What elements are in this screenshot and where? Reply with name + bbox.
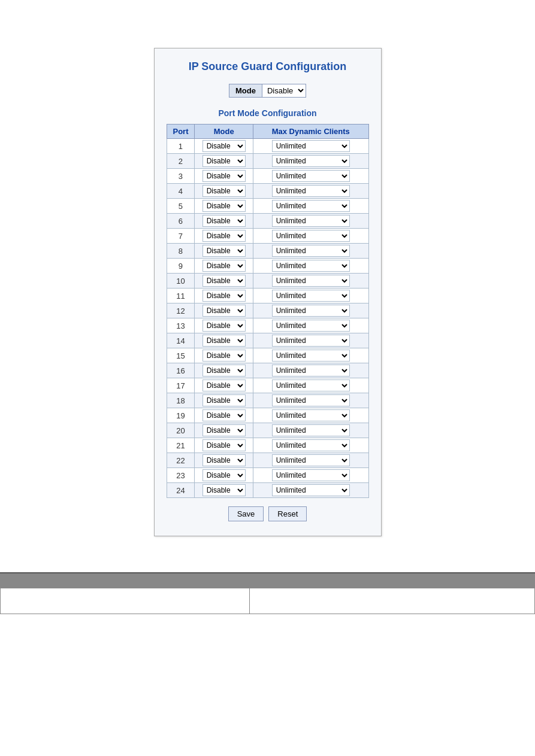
port-number-cell: 5 <box>167 199 195 214</box>
port-mode-select[interactable]: DisableEnable <box>202 215 246 227</box>
port-max-dynamic-select[interactable]: Unlimited012 <box>272 469 350 481</box>
table-row: 11DisableEnableUnlimited012 <box>167 289 368 303</box>
port-mode-select[interactable]: DisableEnable <box>202 469 246 481</box>
port-mode-select[interactable]: DisableEnable <box>202 230 246 242</box>
page-title: IP Source Guard Configuration <box>167 60 369 73</box>
port-max-dynamic-cell: Unlimited012 <box>253 393 368 408</box>
table-row: 12DisableEnableUnlimited012 <box>167 303 368 318</box>
port-mode-select[interactable]: DisableEnable <box>202 439 246 451</box>
port-mode-cell: DisableEnable <box>195 199 253 214</box>
port-max-dynamic-select[interactable]: Unlimited012 <box>272 275 350 287</box>
port-mode-select[interactable]: DisableEnable <box>202 200 246 212</box>
port-mode-select[interactable]: DisableEnable <box>202 170 246 182</box>
port-number-cell: 20 <box>167 423 195 438</box>
port-mode-cell: DisableEnable <box>195 348 253 363</box>
port-number-cell: 15 <box>167 348 195 363</box>
port-max-dynamic-select[interactable]: Unlimited012 <box>272 379 350 391</box>
port-mode-cell: DisableEnable <box>195 244 253 259</box>
port-max-dynamic-select[interactable]: Unlimited012 <box>272 320 350 332</box>
port-mode-select[interactable]: DisableEnable <box>202 320 246 332</box>
port-max-dynamic-select[interactable]: Unlimited012 <box>272 350 350 362</box>
port-mode-select[interactable]: DisableEnable <box>202 335 246 347</box>
port-mode-cell: DisableEnable <box>195 378 253 393</box>
port-mode-select[interactable]: DisableEnable <box>202 394 246 406</box>
port-mode-cell: DisableEnable <box>195 214 253 229</box>
port-mode-cell: DisableEnable <box>195 259 253 274</box>
table-row: 9DisableEnableUnlimited012 <box>167 259 368 274</box>
port-mode-cell: DisableEnable <box>195 184 253 199</box>
port-max-dynamic-select[interactable]: Unlimited012 <box>272 260 350 272</box>
table-row: 13DisableEnableUnlimited012 <box>167 318 368 333</box>
port-number-cell: 3 <box>167 169 195 184</box>
port-max-dynamic-select[interactable]: Unlimited012 <box>272 230 350 242</box>
port-number-cell: 24 <box>167 483 195 498</box>
port-max-dynamic-cell: Unlimited012 <box>253 408 368 423</box>
port-max-dynamic-select[interactable]: Unlimited012 <box>272 140 350 152</box>
port-mode-select[interactable]: DisableEnable <box>202 290 246 302</box>
port-max-dynamic-select[interactable]: Unlimited012 <box>272 335 350 347</box>
port-max-dynamic-cell: Unlimited012 <box>253 468 368 483</box>
port-number-cell: 4 <box>167 184 195 199</box>
port-max-dynamic-cell: Unlimited012 <box>253 363 368 378</box>
global-mode-row: Mode Disable Enable <box>167 84 369 98</box>
reset-button[interactable]: Reset <box>268 506 307 521</box>
bottom-row1-col1 <box>1 588 250 614</box>
port-max-dynamic-select[interactable]: Unlimited012 <box>272 185 350 197</box>
port-max-dynamic-select[interactable]: Unlimited012 <box>272 365 350 377</box>
port-mode-select[interactable]: DisableEnable <box>202 454 246 466</box>
port-max-dynamic-cell: Unlimited012 <box>253 289 368 303</box>
port-max-dynamic-cell: Unlimited012 <box>253 199 368 214</box>
port-max-dynamic-select[interactable]: Unlimited012 <box>272 394 350 406</box>
port-max-dynamic-cell: Unlimited012 <box>253 169 368 184</box>
port-number-cell: 9 <box>167 259 195 274</box>
port-mode-select[interactable]: DisableEnable <box>202 140 246 152</box>
port-number-cell: 10 <box>167 274 195 289</box>
table-row: 2DisableEnableUnlimited012 <box>167 154 368 169</box>
port-mode-select[interactable]: DisableEnable <box>202 260 246 272</box>
port-max-dynamic-select[interactable]: Unlimited012 <box>272 439 350 451</box>
port-max-dynamic-cell: Unlimited012 <box>253 244 368 259</box>
port-mode-select[interactable]: DisableEnable <box>202 185 246 197</box>
port-number-cell: 7 <box>167 229 195 244</box>
port-mode-cell: DisableEnable <box>195 393 253 408</box>
section-title: Port Mode Configuration <box>167 108 369 118</box>
port-max-dynamic-select[interactable]: Unlimited012 <box>272 200 350 212</box>
port-max-dynamic-select[interactable]: Unlimited012 <box>272 290 350 302</box>
port-max-dynamic-select[interactable]: Unlimited012 <box>272 215 350 227</box>
port-mode-select[interactable]: DisableEnable <box>202 484 246 496</box>
port-number-cell: 14 <box>167 333 195 348</box>
port-mode-select[interactable]: DisableEnable <box>202 409 246 421</box>
port-mode-cell: DisableEnable <box>195 229 253 244</box>
port-mode-select[interactable]: DisableEnable <box>202 245 246 257</box>
port-max-dynamic-select[interactable]: Unlimited012 <box>272 305 350 317</box>
port-mode-cell: DisableEnable <box>195 289 253 303</box>
port-mode-cell: DisableEnable <box>195 423 253 438</box>
port-number-cell: 11 <box>167 289 195 303</box>
port-mode-cell: DisableEnable <box>195 154 253 169</box>
port-mode-cell: DisableEnable <box>195 453 253 468</box>
port-mode-cell: DisableEnable <box>195 363 253 378</box>
port-max-dynamic-select[interactable]: Unlimited012 <box>272 424 350 436</box>
port-mode-select[interactable]: DisableEnable <box>202 275 246 287</box>
port-max-dynamic-select[interactable]: Unlimited012 <box>272 245 350 257</box>
port-max-dynamic-select[interactable]: Unlimited012 <box>272 409 350 421</box>
port-number-cell: 12 <box>167 303 195 318</box>
port-max-dynamic-select[interactable]: Unlimited012 <box>272 484 350 496</box>
port-number-cell: 18 <box>167 393 195 408</box>
table-row: 15DisableEnableUnlimited012 <box>167 348 368 363</box>
table-row: 18DisableEnableUnlimited012 <box>167 393 368 408</box>
port-mode-select[interactable]: DisableEnable <box>202 155 246 167</box>
save-button[interactable]: Save <box>228 506 264 521</box>
port-mode-select[interactable]: DisableEnable <box>202 379 246 391</box>
port-max-dynamic-select[interactable]: Unlimited012 <box>272 155 350 167</box>
port-mode-select[interactable]: DisableEnable <box>202 350 246 362</box>
table-row: 21DisableEnableUnlimited012 <box>167 438 368 453</box>
global-mode-select[interactable]: Disable Enable <box>262 84 306 98</box>
port-mode-select[interactable]: DisableEnable <box>202 424 246 436</box>
port-mode-cell: DisableEnable <box>195 139 253 154</box>
port-mode-select[interactable]: DisableEnable <box>202 365 246 377</box>
port-max-dynamic-select[interactable]: Unlimited012 <box>272 170 350 182</box>
col-header-mode: Mode <box>195 125 253 139</box>
port-mode-select[interactable]: DisableEnable <box>202 305 246 317</box>
port-max-dynamic-select[interactable]: Unlimited012 <box>272 454 350 466</box>
